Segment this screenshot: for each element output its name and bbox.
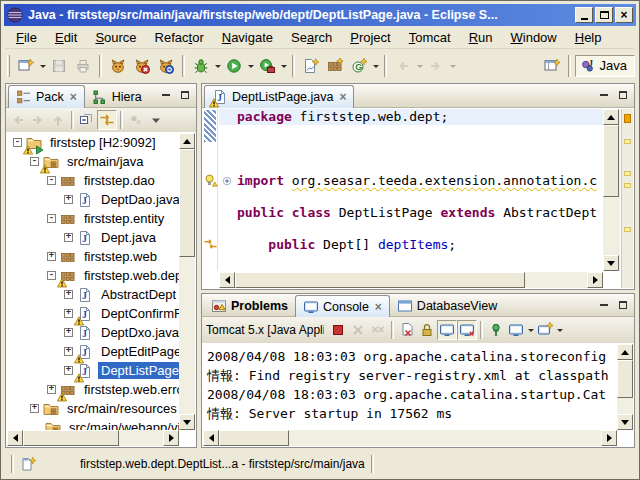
expand-expander-icon[interactable]: + — [64, 309, 73, 318]
tree-item-deptconfirmf[interactable]: +JDeptConfirmF — [7, 304, 179, 323]
scroll-up-button[interactable] — [179, 133, 195, 149]
new-component-wizard-button[interactable]: G — [347, 54, 371, 78]
remove-launch-button[interactable] — [348, 320, 368, 340]
run-button[interactable] — [222, 54, 246, 78]
menu-window[interactable]: Window — [501, 28, 565, 47]
focus-button[interactable] — [126, 110, 146, 130]
tree-item-abstractdept[interactable]: +JAbstractDept — [7, 285, 179, 304]
tree-item-deptdxo-java[interactable]: +JDeptDxo.java — [7, 323, 179, 342]
tab-editor-deptlistpage[interactable]: J DeptListPage.java × — [204, 85, 354, 108]
expand-expander-icon[interactable]: + — [47, 385, 56, 394]
console-horizontal-scrollbar[interactable] — [203, 430, 617, 446]
console-output[interactable]: 2008/04/08 18:03:03 org.apache.catalina.… — [203, 344, 617, 430]
minimize-editor-button[interactable] — [596, 87, 612, 102]
menu-run[interactable]: Run — [460, 28, 502, 47]
save-button[interactable] — [47, 54, 71, 78]
scroll-left-button[interactable] — [219, 272, 235, 288]
menu-edit[interactable]: Edit — [46, 28, 86, 47]
terminate-button[interactable] — [328, 320, 348, 340]
scroll-down-button[interactable] — [603, 255, 619, 271]
tree-vertical-scrollbar[interactable] — [179, 133, 195, 430]
minimize-view-button[interactable] — [158, 87, 174, 102]
close-console-icon[interactable]: × — [375, 300, 382, 314]
tree-item-src-main-resources[interactable]: +src/main/resources — [7, 399, 179, 418]
overview-border-marker[interactable] — [624, 114, 631, 123]
expand-expander-icon[interactable]: + — [64, 347, 73, 356]
editor-vertical-scrollbar[interactable] — [603, 109, 620, 271]
menu-project[interactable]: Project — [341, 28, 399, 47]
overview-warning-marker[interactable] — [624, 183, 631, 188]
tree-item-firststep-web-error[interactable]: +firststep.web.error — [7, 380, 179, 399]
back-button[interactable] — [8, 110, 28, 130]
java-perspective-button[interactable]: JJava — [575, 55, 635, 77]
tree-item-src-main-java[interactable]: -src/main/java — [7, 152, 179, 171]
maximize-view-button[interactable] — [177, 87, 193, 102]
link-with-editor-button[interactable] — [97, 110, 117, 130]
scroll-down-button[interactable] — [617, 414, 633, 430]
new-wizard-button[interactable] — [14, 54, 38, 78]
tree-item-firststep-dao[interactable]: -firststep.dao — [7, 171, 179, 190]
minimize-console-button[interactable] — [596, 297, 612, 312]
scroll-lock-button[interactable] — [417, 320, 437, 340]
console-vertical-scrollbar[interactable] — [617, 344, 633, 430]
forward-button[interactable] — [424, 54, 448, 78]
new-web-wizard-button[interactable] — [299, 54, 323, 78]
debug-dropdown-icon[interactable] — [215, 65, 221, 71]
collapse-expander-icon[interactable]: - — [13, 138, 22, 147]
tomcat-restart-button[interactable] — [154, 54, 178, 78]
menu-navigate[interactable]: Navigate — [213, 28, 282, 47]
overview-warning-marker[interactable] — [624, 227, 631, 232]
maximize-console-button[interactable] — [615, 297, 631, 312]
close-editor-icon[interactable]: × — [339, 90, 346, 104]
collapse-all-button[interactable] — [77, 110, 97, 130]
display-selected-console-button[interactable] — [506, 320, 526, 340]
scrollbar-thumb[interactable] — [235, 272, 525, 288]
tree-item-firststep-h2-9092-[interactable]: -firststep [H2:9092] — [7, 133, 179, 152]
scroll-left-button[interactable] — [7, 430, 23, 446]
tree-item-deptlistpage-[interactable]: +JDeptListPage. — [7, 361, 179, 380]
scroll-left-button[interactable] — [203, 430, 219, 446]
maximize-editor-button[interactable] — [615, 87, 631, 102]
print-button[interactable] — [71, 54, 95, 78]
toolbar-drag-handle[interactable] — [7, 55, 10, 77]
run-external-tools-button[interactable] — [255, 54, 279, 78]
overview-warning-marker[interactable] — [624, 139, 631, 144]
pin-console-button[interactable] — [486, 320, 506, 340]
collapse-expander-icon[interactable]: - — [47, 271, 56, 280]
back-button[interactable] — [391, 54, 415, 78]
scroll-down-button[interactable] — [179, 414, 195, 430]
tree-horizontal-scrollbar[interactable] — [7, 430, 179, 446]
new-package-wizard-button[interactable] — [323, 54, 347, 78]
run-external-tools-dropdown-icon[interactable] — [281, 65, 287, 71]
editor-annotation-ruler[interactable] — [203, 109, 218, 271]
expand-expander-icon[interactable]: + — [47, 252, 56, 261]
display-selected-console-dropdown-icon[interactable] — [528, 329, 534, 335]
minimize-button[interactable] — [575, 7, 593, 23]
show-stdout-change-button[interactable] — [437, 320, 457, 340]
window-titlebar[interactable]: Java - firststep/src/main/java/firststep… — [4, 4, 636, 26]
scroll-right-button[interactable] — [587, 272, 603, 288]
tab-problems[interactable]: Problems — [204, 295, 295, 316]
scroll-up-button[interactable] — [617, 344, 633, 360]
tab-package-explorer[interactable]: Pack × — [8, 85, 85, 108]
overview-warning-marker[interactable] — [624, 171, 631, 176]
expand-expander-icon[interactable]: + — [30, 404, 39, 413]
clear-console-button[interactable] — [397, 320, 417, 340]
menu-file[interactable]: File — [7, 28, 46, 47]
menu-help[interactable]: Help — [566, 28, 611, 47]
scroll-up-button[interactable] — [603, 109, 619, 125]
tree-item-deptdao-java[interactable]: +JDeptDao.java — [7, 190, 179, 209]
new-component-wizard-dropdown-icon[interactable] — [373, 65, 379, 71]
scrollbar-thumb[interactable] — [617, 360, 633, 398]
forward-dropdown-icon[interactable] — [450, 65, 456, 71]
tree-item-firststep-web[interactable]: +firststep.web — [7, 247, 179, 266]
run-dropdown-icon[interactable] — [248, 65, 254, 71]
open-console-dropdown-icon[interactable] — [557, 329, 563, 335]
expand-expander-icon[interactable]: + — [64, 366, 73, 375]
editor-horizontal-scrollbar[interactable] — [219, 272, 603, 288]
tab-databaseview[interactable]: DatabaseView — [390, 295, 504, 316]
forward-button[interactable] — [28, 110, 48, 130]
expand-expander-icon[interactable]: + — [64, 290, 73, 299]
code-text-area[interactable]: package firststep.web.dept;import org.se… — [219, 109, 603, 271]
scrollbar-thumb[interactable] — [23, 430, 119, 446]
